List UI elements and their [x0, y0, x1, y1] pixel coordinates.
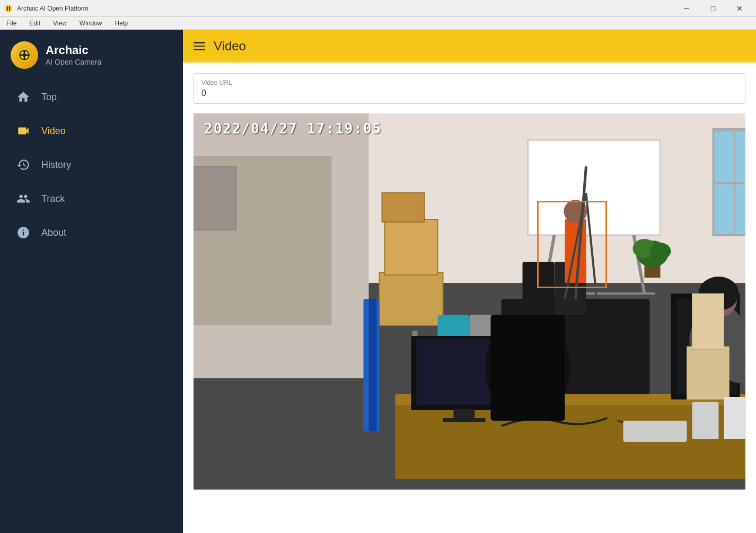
svg-rect-53 [714, 182, 746, 184]
menu-help[interactable]: Help [113, 19, 130, 28]
hamburger-line-3 [194, 49, 205, 50]
close-button[interactable]: ✕ [727, 0, 752, 17]
sidebar-item-history[interactable]: History [0, 148, 183, 182]
menu-window[interactable]: Window [77, 19, 104, 28]
hamburger-line-1 [194, 42, 205, 43]
maximize-button[interactable]: □ [701, 0, 725, 17]
app-title: Archaic AI Open Platform [17, 5, 89, 12]
svg-rect-50 [692, 294, 724, 349]
sidebar-item-video[interactable]: Video [0, 114, 183, 148]
sidebar-item-top-label: Top [41, 92, 57, 103]
video-url-section: Video URL 0 [194, 73, 745, 104]
svg-rect-61 [724, 397, 745, 439]
logo-icon [15, 46, 33, 64]
sidebar-item-top[interactable]: Top [0, 80, 183, 114]
sidebar-item-about[interactable]: About [0, 216, 183, 250]
track-icon [16, 191, 31, 206]
video-feed: 2022/04/27 17:19:05 [194, 113, 745, 490]
svg-rect-21 [382, 193, 425, 222]
history-icon [16, 157, 31, 172]
svg-rect-18 [194, 166, 236, 230]
page-title: Video [214, 39, 246, 54]
svg-rect-60 [692, 402, 719, 439]
sidebar-title: Archaic AI Open Camera [46, 43, 101, 66]
svg-rect-65 [491, 315, 565, 421]
main-content: Video Video URL 0 [183, 30, 756, 533]
video-canvas: 2022/04/27 17:19:05 [194, 113, 745, 490]
menu-file[interactable]: File [4, 19, 19, 28]
sidebar-item-track[interactable]: Track [0, 182, 183, 216]
sidebar-item-history-label: History [41, 159, 71, 171]
title-bar: Archaic AI Open Platform ─ □ ✕ [0, 0, 756, 17]
svg-rect-59 [623, 421, 687, 442]
content-header: Video [183, 30, 756, 63]
title-bar-left: Archaic AI Open Platform [4, 4, 89, 13]
timestamp-overlay: 2022/04/27 17:19:05 [204, 121, 382, 137]
svg-rect-52 [714, 129, 746, 131]
info-icon [16, 225, 31, 240]
svg-rect-20 [385, 219, 438, 275]
sidebar-item-track-label: Track [41, 193, 65, 205]
tracking-box [537, 201, 607, 288]
brand-sub: AI Open Camera [46, 58, 101, 66]
sidebar-item-about-label: About [41, 227, 66, 238]
svg-rect-63 [369, 299, 377, 431]
svg-rect-2 [9, 6, 10, 11]
svg-rect-37 [443, 418, 486, 422]
svg-rect-49 [687, 347, 729, 399]
app-icon [4, 4, 13, 13]
content-body: Video URL 0 [183, 63, 756, 533]
video-icon [16, 123, 31, 138]
menu-view[interactable]: View [51, 19, 69, 28]
brand-name: Archaic [46, 43, 101, 57]
home-icon [16, 90, 31, 104]
sidebar: Archaic AI Open Camera Top Video History [0, 30, 183, 533]
video-scene [194, 113, 745, 490]
svg-point-0 [5, 5, 12, 12]
app-container: Archaic AI Open Camera Top Video History [0, 30, 756, 533]
svg-rect-19 [380, 272, 443, 325]
sidebar-logo [11, 41, 38, 69]
hamburger-button[interactable] [194, 42, 205, 50]
svg-rect-1 [7, 6, 8, 11]
video-url-label: Video URL [201, 79, 737, 86]
sidebar-item-video-label: Video [41, 126, 66, 137]
svg-point-58 [650, 243, 671, 260]
hamburger-line-2 [194, 46, 205, 47]
svg-point-7 [23, 54, 26, 57]
menu-bar: File Edit View Window Help [0, 17, 756, 30]
menu-edit[interactable]: Edit [27, 19, 42, 28]
minimize-button[interactable]: ─ [674, 0, 699, 17]
sidebar-header: Archaic AI Open Camera [0, 30, 183, 80]
title-bar-controls: ─ □ ✕ [674, 0, 752, 17]
video-url-value: 0 [201, 88, 737, 98]
